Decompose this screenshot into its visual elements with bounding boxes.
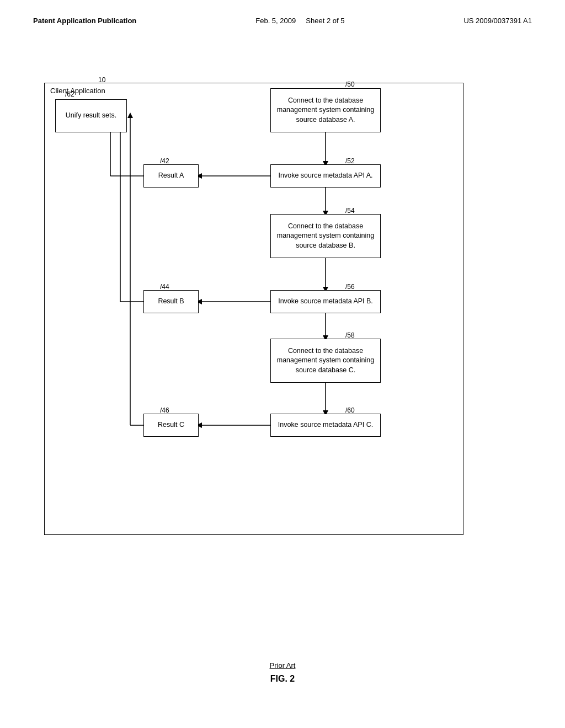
- figure-label-area: Prior Art FIG. 2: [0, 661, 565, 684]
- client-application-label: Client Application: [50, 87, 105, 95]
- box-connect-a: Connect to the database management syste…: [270, 88, 381, 132]
- header-patent-number: US 2009/0037391 A1: [463, 17, 532, 25]
- page-header: Patent Application Publication Feb. 5, 2…: [0, 0, 565, 25]
- box-invoke-c: Invoke source metadata API C.: [270, 414, 381, 437]
- box-connect-c: Connect to the database management syste…: [270, 339, 381, 383]
- header-sheet: Sheet 2 of 5: [306, 17, 344, 25]
- ref-58: /58: [345, 331, 355, 339]
- box-invoke-b-text: Invoke source metadata API B.: [278, 297, 373, 307]
- ref-56: /56: [345, 283, 355, 291]
- box-result-b: Result B: [143, 290, 199, 313]
- box-connect-b: Connect to the database management syste…: [270, 214, 381, 258]
- ref-46: /46: [160, 406, 169, 414]
- prior-art-label: Prior Art: [0, 661, 565, 670]
- diagram-area: Client Application 10: [33, 66, 532, 618]
- box-connect-b-text: Connect to the database management syste…: [276, 222, 375, 251]
- ref-10: 10: [98, 76, 105, 84]
- box-invoke-a: Invoke source metadata API A.: [270, 164, 381, 188]
- box-unify: Unify result sets.: [55, 99, 127, 132]
- box-connect-a-text: Connect to the database management syste…: [276, 96, 375, 125]
- box-connect-c-text: Connect to the database management syste…: [276, 346, 375, 376]
- client-application-box: Client Application: [44, 83, 463, 535]
- box-invoke-a-text: Invoke source metadata API A.: [279, 171, 373, 181]
- box-result-a: Result A: [143, 164, 199, 188]
- box-invoke-c-text: Invoke source metadata API C.: [278, 420, 373, 430]
- fig-number: FIG. 2: [0, 674, 565, 684]
- box-invoke-b: Invoke source metadata API B.: [270, 290, 381, 313]
- ref-42: /42: [160, 157, 169, 165]
- box-result-c: Result C: [143, 414, 199, 437]
- box-unify-text: Unify result sets.: [66, 111, 116, 121]
- ref-52: /52: [345, 157, 355, 165]
- header-date: Feb. 5, 2009: [255, 17, 296, 25]
- ref-44: /44: [160, 283, 169, 291]
- header-publication: Patent Application Publication: [33, 17, 136, 25]
- box-result-b-text: Result B: [158, 297, 184, 307]
- header-date-sheet: Feb. 5, 2009 Sheet 2 of 5: [255, 17, 344, 25]
- box-result-c-text: Result C: [158, 420, 184, 430]
- ref-60: /60: [345, 406, 355, 414]
- box-result-a-text: Result A: [158, 171, 184, 181]
- ref-50: /50: [345, 81, 355, 88]
- ref-54: /54: [345, 207, 355, 215]
- ref-62: /62: [65, 90, 74, 98]
